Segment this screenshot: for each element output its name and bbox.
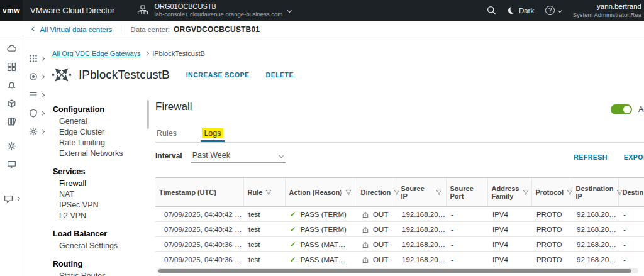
source-port-cell: -: [446, 207, 487, 222]
log-row: 07/09/2025, 04:40:42 …test✓PASS (TERM)OU…: [155, 222, 644, 237]
nav-item-ipsec-vpn[interactable]: IPSec VPN: [53, 199, 147, 210]
address-family-cell: IPV4: [487, 222, 531, 237]
vmware-logo[interactable]: vmw: [0, 0, 23, 21]
user-menu[interactable]: yann.bertrand System Administrator,Rea: [573, 2, 641, 18]
nav-section-title-routing: Routing: [53, 260, 147, 268]
column-header-address-family[interactable]: Address Family: [487, 178, 531, 207]
destination-ip-cell: 92.168.20…: [572, 252, 618, 267]
increase-scope-button[interactable]: INCREASE SCOPE: [186, 71, 250, 79]
protocol-cell: PROTO: [531, 207, 572, 222]
settings-icon[interactable]: [6, 141, 17, 152]
column-header-source-ip[interactable]: Source IP: [397, 178, 446, 207]
column-header-protocol[interactable]: Protocol: [531, 178, 572, 207]
filter-icon[interactable]: [523, 189, 529, 196]
back-link-label: All Virtual data centers: [40, 26, 113, 33]
delete-button[interactable]: DELETE: [266, 71, 294, 79]
tab-rules-label: Rules: [157, 129, 177, 138]
search-icon[interactable]: [486, 5, 497, 16]
column-label: Action (Reason): [289, 189, 342, 196]
address-family-cell: IPV4: [487, 237, 531, 252]
interval-select[interactable]: Past Week: [191, 150, 286, 163]
nav-item-static-routes[interactable]: Static Routes: [53, 270, 147, 276]
cloud-icon[interactable]: [6, 43, 17, 54]
timestamp-cell: 07/09/2025, 04:40:36 …: [155, 237, 243, 252]
column-header-action-reason[interactable]: Action (Reason): [285, 178, 357, 207]
package-icon[interactable]: [6, 98, 17, 109]
column-label: Destination IP: [576, 185, 614, 200]
column-label: Direction: [361, 189, 391, 196]
nav-item-rate-limiting[interactable]: Rate Limiting: [53, 137, 147, 148]
action-cell: ✓PASS (MAT…: [285, 252, 357, 267]
organization-icon: [137, 4, 148, 16]
egress-icon: [362, 241, 369, 248]
nav-item-general-settings[interactable]: General Settings: [53, 240, 147, 251]
filter-icon[interactable]: [436, 189, 442, 196]
nav-item-l2-vpn[interactable]: L2 VPN: [53, 210, 147, 221]
column-header-rule[interactable]: Rule: [243, 178, 285, 207]
rule-cell: test: [243, 207, 285, 222]
filter-icon[interactable]: [265, 189, 272, 196]
column-header-destination-ip[interactable]: Destination IP: [572, 178, 618, 207]
pass-check-icon: ✓: [290, 211, 296, 218]
page-title-row: IPblockTestcustB INCREASE SCOPE DELETE: [51, 66, 294, 84]
bell-icon[interactable]: [6, 80, 17, 91]
org-switcher[interactable]: ORG01OCBCUSTB lab-console1.cloudavenue.o…: [137, 3, 291, 18]
tab-logs-label: Logs: [202, 128, 223, 138]
dark-mode-toggle[interactable]: Dark: [508, 7, 534, 14]
firewall-tabs: Rules Logs: [155, 127, 644, 143]
tab-rules[interactable]: Rules: [155, 127, 178, 142]
log-table-container: Timestamp (UTC)RuleAction (Reason)Direct…: [155, 177, 644, 267]
chevron-right-icon: [145, 52, 148, 55]
direction-cell: OUT: [357, 237, 397, 252]
gateway-subnav: ConfigurationGeneralEdge ClusterRate Lim…: [53, 105, 147, 276]
column-label: Destin… Port: [623, 189, 644, 196]
library-icon[interactable]: [6, 116, 17, 127]
help-menu[interactable]: ?: [545, 6, 562, 15]
breadcrumb-parent-link[interactable]: All Org VDC Edge Gateways: [52, 50, 141, 57]
export-button[interactable]: EXPORT: [624, 153, 644, 161]
chevron-right-icon: [40, 130, 44, 133]
filter-icon[interactable]: [345, 189, 352, 196]
nav-section-title-services: Services: [53, 167, 147, 176]
column-header-destin-port[interactable]: Destin… Port: [618, 178, 644, 207]
filter-icon[interactable]: [567, 189, 573, 196]
firewall-state: Active: [611, 104, 644, 114]
monitor-icon[interactable]: [6, 159, 17, 170]
nav-item-firewall[interactable]: Firewall: [53, 178, 147, 189]
refresh-button[interactable]: REFRESH: [574, 153, 608, 161]
filter-icon[interactable]: [394, 189, 400, 196]
help-icon: ?: [545, 6, 555, 15]
nav-item-general[interactable]: General: [53, 116, 147, 126]
security-shield-icon[interactable]: [23, 108, 49, 118]
column-header-timestamp-utc[interactable]: Timestamp (UTC): [155, 178, 243, 207]
org-name: ORG01OCBCUSTB: [154, 3, 282, 11]
networking-icon[interactable]: [23, 72, 49, 82]
chevron-down-icon: [287, 8, 291, 12]
vmware-logo-text: vmw: [3, 6, 20, 15]
back-to-datacenters-link[interactable]: All Virtual data centers: [33, 26, 112, 33]
rule-cell: test: [243, 252, 285, 267]
address-family-cell: IPV4: [487, 252, 531, 267]
action-cell: ✓PASS (TERM): [285, 207, 357, 222]
nav-item-nat[interactable]: NAT: [53, 189, 147, 199]
direction-cell: OUT: [357, 222, 397, 237]
column-header-direction[interactable]: Direction: [357, 178, 397, 207]
subnav-scrollbar[interactable]: [147, 100, 149, 129]
tab-logs[interactable]: Logs: [201, 127, 224, 142]
breadcrumb: All Org VDC Edge Gateways IPblockTestcus…: [52, 50, 205, 57]
feedback-icon[interactable]: [3, 194, 19, 204]
pass-check-icon: ✓: [290, 226, 296, 233]
storage-list-icon[interactable]: [23, 90, 49, 100]
destination-ip-cell: 92.168.20…: [572, 207, 618, 222]
active-toggle[interactable]: [611, 104, 632, 114]
compute-grid-icon[interactable]: [23, 53, 49, 63]
grid-icon[interactable]: [6, 62, 17, 72]
pass-check-icon: ✓: [290, 256, 296, 263]
interval-value: Past Week: [192, 151, 230, 160]
nav-item-external-networks[interactable]: External Networks: [53, 148, 147, 158]
horizontal-scrollbar-thumb[interactable]: [158, 269, 631, 273]
nav-item-edge-cluster[interactable]: Edge Cluster: [53, 126, 147, 137]
horizontal-scrollbar[interactable]: [157, 268, 638, 273]
column-header-source-port[interactable]: Source Port: [446, 178, 487, 207]
settings-gear-icon[interactable]: [23, 126, 49, 136]
